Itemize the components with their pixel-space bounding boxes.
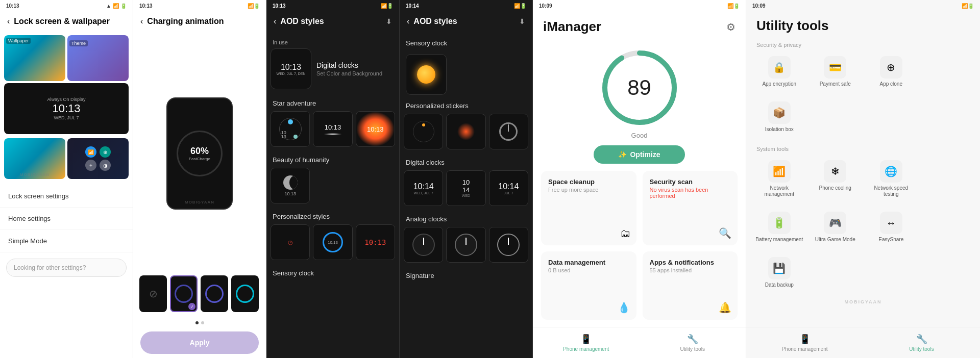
isolation-box-item[interactable]: 📦 Isolation box (751, 96, 807, 138)
network-icon: 📶 (773, 165, 786, 177)
card-space-cleanup[interactable]: Space cleanup Free up more space 🗂 (541, 171, 636, 245)
add-icon[interactable]: ＋ (85, 160, 96, 171)
pers-thumb-3[interactable]: 10:13 (356, 224, 395, 260)
wifi-icon[interactable]: 📶 (85, 146, 96, 158)
phone-mgmt-icon: 📱 (580, 334, 592, 345)
back-button-4[interactable]: ‹ (407, 17, 409, 26)
sensory-item[interactable] (404, 51, 528, 98)
dc-thumb-3[interactable]: 10:14 JUL 7 (489, 170, 528, 206)
ultra-game-item[interactable]: 🎮 Ultra Game Mode (807, 207, 864, 248)
thumb-4[interactable] (231, 275, 259, 312)
payment-safe-item[interactable]: 💳 Payment safe (807, 51, 864, 92)
ps-thumb-2[interactable] (446, 114, 485, 149)
section-beauty: Beauty of humanity (271, 152, 395, 168)
download-icon-2[interactable]: ⬇ (519, 17, 525, 25)
settings-icon[interactable]: ⚙ (726, 21, 736, 33)
status-icons-1: ▲ 📶 🔋 (106, 3, 127, 9)
back-button-1[interactable]: ‹ (7, 17, 10, 26)
imanager-header: iManager ⚙ (533, 12, 746, 42)
nav-phone-mgmt[interactable]: 📱 Phone management (533, 331, 640, 354)
toggle-icon[interactable]: ◑ (100, 160, 111, 171)
digital-clocks-title: Digital clocks (404, 155, 528, 170)
thumb-1[interactable]: ⊘ (139, 275, 167, 312)
dc-time-3: 10:14 (498, 182, 519, 191)
battery-mgmt-item[interactable]: 🔋 Battery management (751, 207, 807, 248)
menu-item-home-settings[interactable]: Home settings (0, 208, 133, 230)
card-title-1: Space cleanup (548, 178, 629, 186)
in-use-preview[interactable]: 10:13 WED, JUL 7, DEN (271, 48, 311, 89)
isolation-box-label: Isolation box (765, 126, 794, 133)
data-backup-item[interactable]: 💾 Data backup (751, 252, 807, 293)
payment-safe-icon-wrap: 💳 (824, 56, 846, 79)
menu-item-simple-mode[interactable]: Simple Mode (0, 230, 133, 252)
analog-thumb-1[interactable] (404, 227, 443, 263)
star-thumb-2[interactable]: 10:13 (313, 111, 352, 147)
star-time-3: 10:13 (367, 125, 384, 133)
phone-cooling-icon-wrap: ❄ (824, 160, 846, 183)
app-encryption-item[interactable]: 🔒 App encryption (751, 51, 807, 92)
card-data-mgmt[interactable]: Data management 0 B used 💧 (541, 251, 636, 320)
network-mgmt-item[interactable]: 📶 Network management (751, 155, 807, 202)
aod-scroll-1[interactable]: In use 10:13 WED, JUL 7, DEN Digital clo… (266, 31, 399, 358)
utility-content[interactable]: Security & privacy 🔒 App encryption 💳 Pa… (746, 38, 980, 327)
bluetooth-icon[interactable]: ⊕ (100, 146, 111, 158)
star-thumb-1[interactable]: 10 13 (271, 111, 310, 147)
security-grid: 🔒 App encryption 💳 Payment safe ⊕ App cl… (746, 51, 980, 92)
speed-icon: 🌐 (885, 165, 897, 177)
dc-thumb-1[interactable]: 10:14 WED, JUL 7 (404, 170, 443, 206)
phone-cooling-item[interactable]: ❄ Phone cooling (807, 155, 864, 202)
ps-thumb-3[interactable] (489, 114, 528, 149)
ps-thumb-1[interactable] (404, 114, 443, 149)
analog-face-1 (412, 234, 435, 256)
wallpaper-color[interactable]: MOBIGYAAN (4, 138, 65, 179)
back-button-3[interactable]: ‹ (274, 17, 276, 26)
aod-scroll-2[interactable]: Sensory clock Personalized stickers (400, 31, 532, 358)
search-box[interactable]: Looking for other settings? (6, 259, 127, 277)
analog-thumb-3[interactable] (489, 227, 528, 263)
card-subtitle-4: 55 apps installed (650, 267, 731, 273)
pers-thumb-1[interactable]: ◷ (271, 224, 310, 260)
thumb-3[interactable] (201, 275, 228, 312)
time-2: 10:13 (139, 3, 153, 9)
card-icon-3: 💧 (618, 301, 630, 314)
easyshare-item[interactable]: ↔ EasyShare (863, 207, 919, 248)
wallpaper-options-panel[interactable]: 📶 ⊕ ＋ ◑ (67, 138, 129, 179)
thumb-2[interactable]: ✓ (170, 275, 198, 312)
dc-thumb-2[interactable]: 1014 WED (446, 170, 485, 206)
menu-item-lock-settings[interactable]: Lock screen settings (0, 185, 133, 208)
status-bar-2: 10:13 📶🔋 (133, 0, 266, 12)
apply-button[interactable]: Apply (140, 331, 259, 354)
page-title-1: Lock screen & wallpaper (14, 17, 110, 26)
data-backup-label: Data backup (765, 282, 794, 288)
download-icon[interactable]: ⬇ (386, 17, 392, 25)
wallpaper-option[interactable]: Wallpaper (4, 35, 65, 81)
charging-circle: 60% FastCharge (177, 131, 223, 176)
nav-utility-tools[interactable]: 🔧 Utility tools (640, 331, 746, 354)
status-icons-3: 📶🔋 (381, 3, 393, 9)
digital-clock-grid: 10:14 WED, JUL 7 1014 WED 10:14 JUL 7 (404, 170, 528, 206)
pers-thumb-2[interactable]: 10:13 (313, 224, 352, 260)
in-use-label: In use (271, 35, 395, 48)
star-thumb-3[interactable]: 10:13 (356, 111, 395, 147)
battery-icon: 🔋 (773, 217, 786, 229)
nav-utility-6[interactable]: 🔧 Utility tools (863, 331, 980, 354)
aod-preview[interactable]: Always On Display 10:13 WED, JUL 7 (4, 83, 129, 134)
theme-option[interactable]: Theme (67, 35, 129, 81)
optimize-button[interactable]: ✨ Optimize (594, 145, 684, 164)
charging-phone-area: 60% FastCharge MOBIGYAAN (133, 31, 266, 275)
in-use-info: Digital clocks Set Color and Background (316, 61, 395, 76)
back-button-2[interactable]: ‹ (140, 17, 143, 26)
nav-phone-mgmt-6[interactable]: 📱 Phone management (746, 331, 863, 354)
battery-mgmt-label: Battery management (755, 237, 803, 243)
status-bar-4: 10:14 📶🔋 (400, 0, 532, 12)
card-apps-notif[interactable]: Apps & notifications 55 apps installed 🔔 (643, 251, 738, 320)
network-speed-item[interactable]: 🌐 Network speed testing (863, 155, 919, 202)
status-bar-5: 10:09 📶🔋 (533, 0, 746, 12)
analog-thumb-2[interactable] (446, 227, 485, 263)
circle-animation-icon (175, 285, 193, 303)
phone-mgmt-label-6: Phone management (781, 346, 827, 352)
beauty-thumb-1[interactable]: 10:13 (271, 168, 310, 203)
card-security-scan[interactable]: Security scan No virus scan has been per… (643, 171, 738, 245)
circle-animation-3 (236, 285, 254, 303)
app-clone-item[interactable]: ⊕ App clone (863, 51, 919, 92)
